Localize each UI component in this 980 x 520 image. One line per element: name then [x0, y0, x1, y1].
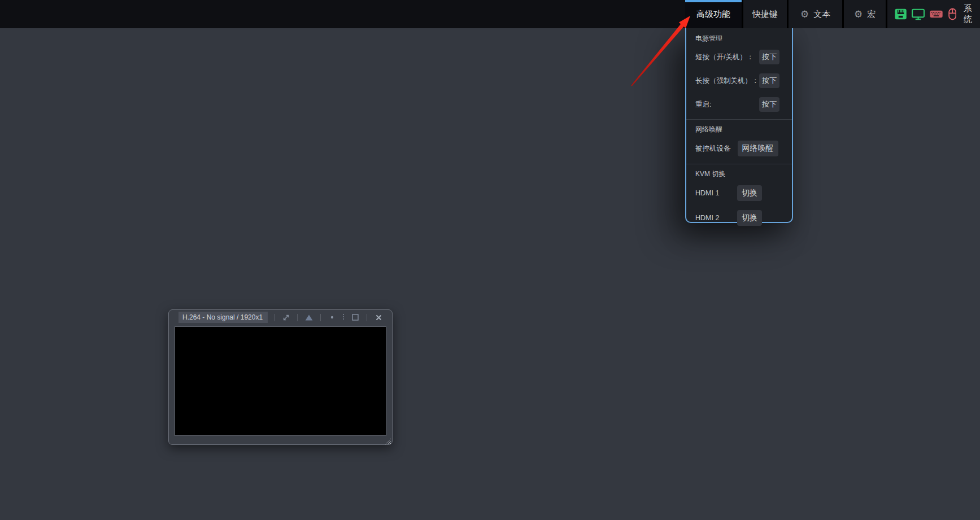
gear-icon: ⚙	[800, 10, 809, 19]
resize-grip-lines	[385, 438, 391, 445]
triangle-icon[interactable]	[304, 312, 314, 322]
power-short-press-button[interactable]: 按下	[759, 50, 779, 64]
dot-icon[interactable]	[327, 312, 337, 322]
video-window-title: H.264 - No signal / 1920x1	[178, 312, 268, 323]
wake-on-lan-button[interactable]: 网络唤醒	[738, 141, 778, 156]
video-area[interactable]	[175, 326, 386, 436]
topbar: 高级功能快捷键⚙文本⚙宏 系统	[0, 0, 980, 28]
expand-icon[interactable]	[281, 312, 291, 322]
section-title: KVM 切换	[686, 164, 792, 181]
power-short-press-label: 短按（开/关机）：	[695, 53, 753, 62]
menu-item-system[interactable]: 系统	[964, 3, 980, 25]
toolbar-separator	[274, 314, 275, 321]
power-short-press-row: 短按（开/关机）：按下	[686, 45, 792, 69]
gear-icon: ⚙	[854, 10, 863, 19]
power-long-press-button[interactable]: 按下	[759, 73, 779, 88]
menu-item-hotkeys[interactable]: 快捷键	[743, 0, 787, 28]
kvm-hdmi1-row: HDMI 1切换	[686, 181, 792, 206]
menu-item-text[interactable]: ⚙文本	[789, 0, 842, 28]
kvm-hdmi2-label: HDMI 2	[695, 214, 730, 222]
section-title: 电源管理	[686, 29, 792, 45]
video-window-toolbar	[268, 310, 392, 325]
ethernet-icon	[895, 8, 907, 20]
kvm-app: 高级功能快捷键⚙文本⚙宏 系统 电源管理短按（开/关机）：按下长按（强制关机）：…	[0, 0, 980, 520]
menu-item-label: 宏	[867, 9, 876, 20]
menu-item-label: 文本	[813, 9, 830, 20]
status-indicator-area: 系统	[887, 0, 980, 28]
power-restart-row: 重启:按下	[686, 93, 792, 116]
topbar-menu: 高级功能快捷键⚙文本⚙宏 系统	[685, 0, 980, 28]
section-title: 网络唤醒	[686, 120, 792, 136]
advanced-functions-panel: 电源管理短按（开/关机）：按下长按（强制关机）：按下重启:按下网络唤醒被控机设备…	[685, 28, 793, 223]
kvm-hdmi1-label: HDMI 1	[695, 189, 730, 197]
square-icon[interactable]	[350, 312, 360, 322]
toolbar-separator	[367, 314, 367, 321]
power-long-press-row: 长按（强制关机）：按下	[686, 69, 792, 93]
menu-item-label: 快捷键	[752, 9, 778, 20]
wake-on-lan-label: 被控机设备	[695, 144, 731, 154]
toolbar-separator	[343, 314, 344, 321]
video-window-titlebar[interactable]: H.264 - No signal / 1920x1	[169, 310, 392, 325]
power-restart-button[interactable]: 按下	[759, 97, 779, 112]
kvm-hdmi2-row: HDMI 2切换	[686, 206, 792, 230]
menu-item-label: 高级功能	[696, 9, 730, 20]
keyboard-icon	[930, 10, 943, 18]
power-restart-label: 重启:	[695, 100, 711, 110]
menu-item-macro[interactable]: ⚙宏	[844, 0, 886, 28]
toolbar-separator	[297, 314, 298, 321]
mouse-icon	[948, 8, 956, 20]
menu-item-advanced[interactable]: 高级功能	[685, 0, 742, 28]
wake-on-lan-row: 被控机设备网络唤醒	[686, 136, 792, 161]
video-window[interactable]: H.264 - No signal / 1920x1	[168, 309, 393, 445]
power-long-press-label: 长按（强制关机）：	[695, 76, 759, 86]
kvm-hdmi2-button[interactable]: 切换	[737, 210, 762, 226]
display-icon	[912, 8, 925, 20]
resize-grip-icon[interactable]	[385, 437, 391, 444]
toolbar-separator	[320, 314, 321, 321]
kvm-hdmi1-button[interactable]: 切换	[737, 185, 762, 201]
close-icon[interactable]	[373, 312, 384, 322]
